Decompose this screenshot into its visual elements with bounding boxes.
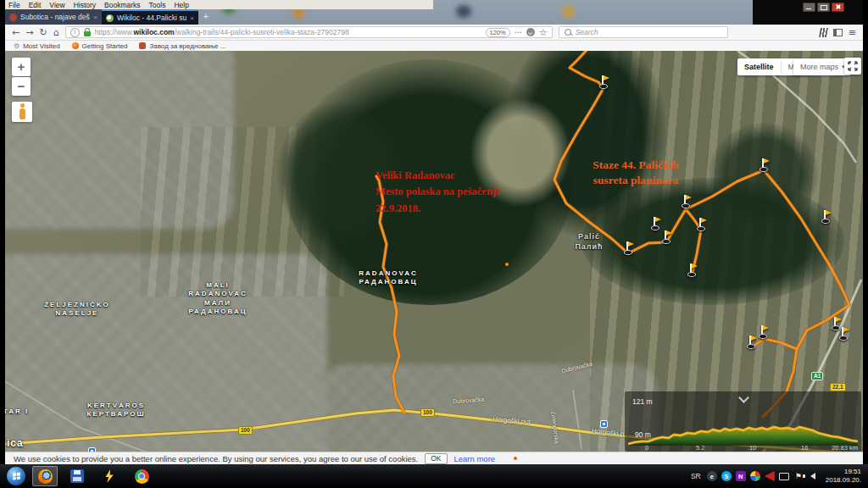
bookmark-star-icon[interactable]: ☆ [539,28,548,37]
zoom-out-button[interactable]: − [12,77,31,96]
sidebar-icon[interactable] [833,29,843,36]
page-info-icon[interactable]: i [70,28,80,37]
start-button[interactable] [7,467,25,485]
tray-red-icon[interactable] [765,471,775,481]
language-indicator[interactable]: SR [691,472,701,480]
taskbar-chrome-button[interactable] [129,466,154,486]
tab-close-icon[interactable]: × [93,14,97,21]
window-controls [803,3,844,12]
x-tick: 0 [645,444,648,452]
cookie-learn-more-link[interactable]: Learn more [454,454,496,463]
place-label-kertvaros: KERTVÁROSКЕРТВАРОШ [61,402,171,419]
waypoint-flag-marker[interactable] [598,75,609,89]
fullscreen-icon [848,61,858,71]
waypoint-flag-marker[interactable] [695,218,707,231]
home-icon[interactable]: ⌂ [53,28,59,37]
tab-subotica[interactable]: Subotica - najave dešavanja (F × [5,9,102,25]
desktop-icon-blob [456,5,471,18]
volume-icon[interactable] [808,471,818,481]
hamburger-menu-icon[interactable]: ≡ [849,28,856,37]
waypoint-flag-marker[interactable] [660,230,672,244]
cookie-ok-button[interactable]: OK [425,453,447,464]
waypoint-flag-marker[interactable] [680,195,692,208]
search-icon [565,29,571,36]
skype-icon[interactable]: S [721,471,732,481]
windows-taskbar: SR e S N ⚑ 19:51 2018.09.20. [0,464,868,488]
waypoint-flag-marker[interactable] [622,241,634,255]
firefox-icon [38,469,53,484]
flag-icon [762,158,764,169]
elevation-max-label: 121 m [632,397,653,406]
search-box[interactable]: Search [559,26,728,38]
browser-titlebar: File Edit View History Bookmarks Tools H… [5,0,863,25]
site-icon [139,42,146,49]
flag-icon [626,241,628,252]
minimize-button[interactable] [803,3,815,12]
taskbar-disk-button[interactable] [64,466,90,486]
reload-icon[interactable]: ↻ [39,28,47,37]
navigation-toolbar: ← → ↻ ⌂ i https://www.wikiloc.com/walkin… [5,25,863,41]
back-icon[interactable]: ← [12,28,19,37]
url-bar[interactable]: i https://www.wikiloc.com/walking-trails… [65,26,553,38]
satellite-map[interactable]: Veliki RadanovacMesto polaska na pešačen… [5,51,863,452]
pocket-icon[interactable] [526,28,535,36]
tray-color-icon[interactable] [750,471,760,481]
menu-view[interactable]: View [49,1,64,9]
street-view-pegman[interactable] [12,102,32,122]
menu-tools[interactable]: Tools [149,1,166,9]
menu-help[interactable]: Help [174,1,188,9]
zoom-level-badge[interactable]: 120% [486,28,510,37]
more-maps-dropdown[interactable]: More maps ▾ [793,58,850,75]
clock-time: 19:51 [826,468,861,476]
fullscreen-button[interactable] [844,58,861,75]
new-tab-button[interactable]: + [198,9,214,25]
waypoint-flag-marker[interactable] [745,336,757,349]
library-icon[interactable] [819,28,828,37]
x-tick: 10 [749,444,756,452]
taskbar-bolt-button[interactable] [97,466,122,486]
https-lock-icon [84,31,91,36]
waypoint-flag-marker[interactable] [820,210,832,224]
bookmark-most-visited[interactable]: ⚙ Most Visited [14,42,60,50]
bookmark-getting-started[interactable]: Getting Started [72,42,128,50]
x-tick: 5.2 [696,444,704,452]
menu-history[interactable]: History [74,1,96,9]
place-label-ica: ica [7,437,41,451]
url-text[interactable]: https://www.wikiloc.com/walking-trails/4… [95,28,481,36]
zoom-in-button[interactable]: + [12,58,31,76]
flag-icon [690,263,692,274]
transit-icon[interactable] [600,420,608,428]
show-desktop-icon[interactable] [779,471,789,481]
tray-e-icon[interactable]: e [707,471,717,481]
highway-a1-badge: A1 [811,372,823,380]
waypoint-flag-marker[interactable] [758,158,770,172]
tab-close-icon[interactable]: × [190,14,194,22]
menu-edit[interactable]: Edit [29,1,42,9]
forward-icon[interactable]: → [25,28,33,37]
map-annotation-red: Veliki RadanovacMesto polaska na pešačen… [376,168,528,217]
place-label-zeljeznicko: ŽELJEZNIČKONASELJE [31,301,124,319]
collapse-chevron-icon[interactable] [738,392,749,403]
elevation-profile-panel[interactable]: 121 m 90 m 0 5.2 10 16 20.83 km [625,391,861,452]
menu-bar: File Edit View History Bookmarks Tools H… [5,0,433,9]
tab-strip: Subotica - najave dešavanja (F × Wikiloc… [5,9,214,25]
satellite-button[interactable]: Satellite [737,58,781,75]
bookmarks-bar: ⚙ Most Visited Getting Started Завод за … [5,41,863,51]
taskbar-firefox-button[interactable] [32,466,58,486]
tray-n-icon[interactable]: N [736,471,746,481]
close-button[interactable] [832,3,844,12]
flag-icon [842,327,843,337]
maximize-button[interactable] [817,3,830,12]
page-actions-icon[interactable]: ⋯ [515,29,522,36]
bookmark-zavod[interactable]: Завод за вредновање ... [139,42,225,50]
taskbar-clock[interactable]: 19:51 2018.09.20. [826,468,861,485]
waypoint-flag-marker[interactable] [686,263,698,277]
tab-favicon [106,14,114,22]
menu-file[interactable]: File [8,1,20,9]
tab-wikiloc-active[interactable]: Wikiloc - 44.Palicki susreti Veli × [102,9,198,25]
flag-icon [699,218,701,228]
menu-bookmarks[interactable]: Bookmarks [104,1,141,9]
waypoint-flag-marker[interactable] [837,327,849,341]
waypoint-flag-marker[interactable] [757,325,769,339]
waypoint-flag-marker[interactable] [649,217,661,230]
